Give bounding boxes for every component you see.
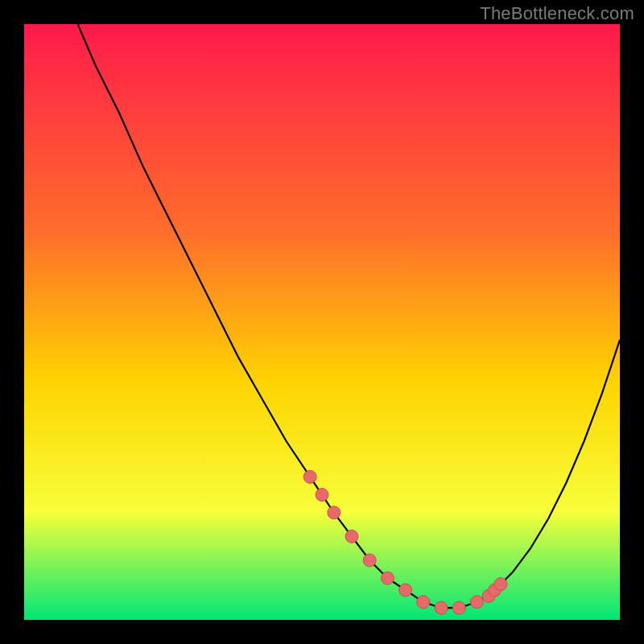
marker-point [494,578,507,591]
plot-area [24,24,620,620]
marker-point [328,506,341,519]
marker-point [399,584,412,597]
marker-point [363,554,376,567]
marker-point [435,601,448,614]
marker-point [470,596,483,609]
marker-point [381,572,394,584]
gradient-background [24,24,620,620]
watermark-text: TheBottleneck.com [480,3,634,24]
chart-svg [24,24,620,620]
marker-point [417,596,430,609]
marker-point [316,489,328,502]
marker-point [345,530,358,543]
marker-point [452,601,465,614]
marker-point [303,470,316,483]
chart-frame: TheBottleneck.com [0,0,644,644]
